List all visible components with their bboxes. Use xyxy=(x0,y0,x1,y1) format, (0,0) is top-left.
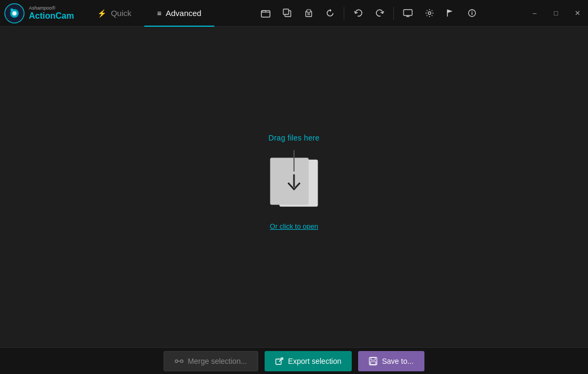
merge-icon xyxy=(175,357,183,365)
export-selection-button[interactable]: Export selection xyxy=(265,351,352,371)
titlebar-left: Ashampoo® ActionCam ⚡ Quick ≡ Advanced xyxy=(4,0,214,27)
bottom-bar: Merge selection... Export selection Save… xyxy=(0,347,588,374)
export-icon xyxy=(275,357,284,365)
paste-button[interactable] xyxy=(299,4,318,23)
monitor-button[interactable] xyxy=(398,4,417,23)
svg-point-18 xyxy=(471,11,473,12)
redo-button[interactable] xyxy=(370,4,389,23)
minimize-button[interactable]: – xyxy=(524,0,545,27)
drop-icon-area xyxy=(251,147,337,217)
drag-files-label: Drag files here xyxy=(268,134,320,142)
copy-icon xyxy=(283,9,292,18)
svg-rect-26 xyxy=(371,357,375,360)
svg-rect-12 xyxy=(404,10,412,15)
merge-selection-button[interactable]: Merge selection... xyxy=(164,351,258,371)
toolbar-divider-2 xyxy=(393,7,394,20)
tab-quick[interactable]: ⚡ Quick xyxy=(84,0,144,27)
svg-point-4 xyxy=(11,8,13,11)
logo-appname: ActionCam xyxy=(29,11,74,21)
minimize-icon: – xyxy=(532,9,536,17)
svg-point-3 xyxy=(12,11,17,15)
export-label: Export selection xyxy=(288,357,342,365)
svg-point-21 xyxy=(181,360,183,362)
nav-tabs: ⚡ Quick ≡ Advanced xyxy=(84,0,214,27)
flag-icon xyxy=(446,9,455,18)
drop-line xyxy=(293,150,295,172)
svg-rect-9 xyxy=(307,10,311,12)
save-label: Save to... xyxy=(382,357,413,365)
svg-point-20 xyxy=(175,360,178,362)
settings-button[interactable] xyxy=(420,4,439,23)
drag-text-prefix: Drag files xyxy=(268,134,304,142)
click-to-open-link[interactable]: Or click to open xyxy=(270,222,318,230)
toolbar-center xyxy=(256,4,482,23)
copy-button[interactable] xyxy=(277,4,297,23)
maximize-icon: □ xyxy=(554,9,558,17)
tab-advanced[interactable]: ≡ Advanced xyxy=(144,0,214,27)
open-file-icon xyxy=(261,9,270,18)
app-logo xyxy=(4,3,25,24)
advanced-icon: ≡ xyxy=(157,9,161,18)
save-icon xyxy=(369,357,377,365)
undo-button[interactable] xyxy=(349,4,368,23)
tab-quick-label: Quick xyxy=(111,9,131,18)
svg-rect-27 xyxy=(370,362,376,364)
svg-point-15 xyxy=(428,12,431,14)
quick-icon: ⚡ xyxy=(97,9,106,18)
window-controls: – □ ✕ xyxy=(524,0,588,27)
logo-brand: Ashampoo® xyxy=(29,6,74,11)
maximize-button[interactable]: □ xyxy=(545,0,567,27)
paste-icon xyxy=(304,9,313,18)
logo-area: Ashampoo® ActionCam xyxy=(4,3,74,24)
monitor-icon xyxy=(403,9,413,18)
main-content[interactable]: Drag files here Or click to open xyxy=(0,27,588,347)
close-icon: ✕ xyxy=(575,9,581,17)
drop-area[interactable]: Drag files here Or click to open xyxy=(251,134,337,230)
titlebar: Ashampoo® ActionCam ⚡ Quick ≡ Advanced xyxy=(0,0,588,27)
close-button[interactable]: ✕ xyxy=(567,0,588,27)
info-button[interactable] xyxy=(462,4,482,23)
drag-text-highlight: here xyxy=(304,134,320,142)
arrow-down-icon xyxy=(284,173,304,196)
logo-text: Ashampoo® ActionCam xyxy=(29,6,74,20)
open-file-button[interactable] xyxy=(256,4,275,23)
redo-icon xyxy=(375,9,384,18)
undo-icon xyxy=(354,9,363,18)
info-icon xyxy=(468,9,476,18)
merge-label: Merge selection... xyxy=(188,357,247,365)
refresh-button[interactable] xyxy=(320,4,339,23)
toolbar-divider-1 xyxy=(344,7,344,20)
svg-rect-7 xyxy=(283,9,289,14)
save-to-button[interactable]: Save to... xyxy=(358,351,424,371)
settings-icon xyxy=(425,9,434,18)
flag-button[interactable] xyxy=(441,4,460,23)
refresh-icon xyxy=(326,9,335,18)
tab-advanced-label: Advanced xyxy=(166,9,202,18)
